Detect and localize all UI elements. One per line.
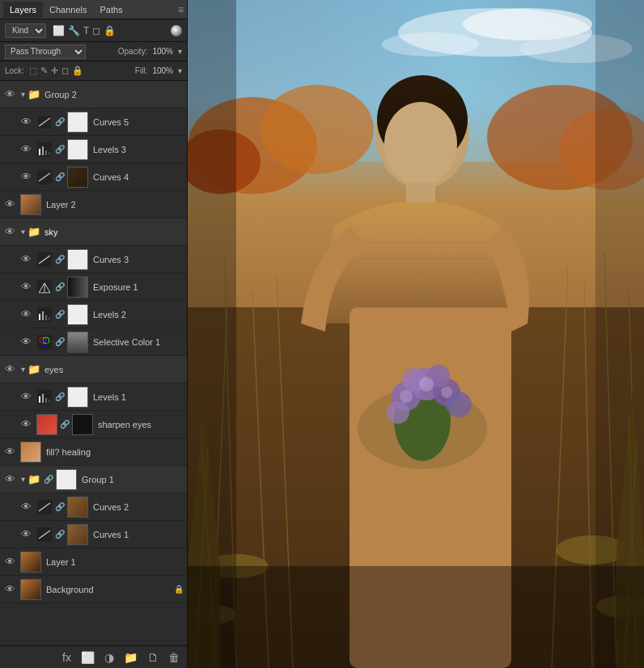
- layer-row[interactable]: 👁 ▾ 📁 eyes: [0, 356, 187, 383]
- pixel-filter-icon[interactable]: ⬜: [53, 25, 65, 36]
- layer-name[interactable]: Levels 3: [93, 145, 184, 154]
- layer-name[interactable]: Background: [46, 585, 174, 594]
- visibility-icon[interactable]: 👁: [19, 253, 32, 265]
- lock-paint-icon[interactable]: ✎: [40, 66, 48, 76]
- layer-name[interactable]: Levels 1: [93, 392, 184, 402]
- layer-name[interactable]: Curves 1: [93, 530, 184, 539]
- visibility-icon[interactable]: 👁: [19, 528, 32, 540]
- opacity-value[interactable]: 100%: [152, 47, 173, 56]
- visibility-icon[interactable]: 👁: [19, 391, 32, 403]
- fill-value[interactable]: 100%: [152, 66, 173, 75]
- layer-row[interactable]: 👁 🔗 Curves 4: [0, 163, 187, 191]
- group-folder-icon: 📁: [28, 363, 40, 375]
- fx-button[interactable]: fx: [60, 651, 74, 664]
- filter-bar: Kind ⬜ 🔧 T ◻ 🔒: [0, 19, 187, 42]
- layer-name[interactable]: Curves 4: [93, 172, 184, 182]
- layer-name[interactable]: Group 1: [82, 475, 184, 484]
- layer-row[interactable]: 👁 ▾ 📁 sky: [0, 218, 187, 246]
- layer-row[interactable]: 👁 🔗 Levels 1: [0, 383, 187, 411]
- layer-row[interactable]: 👁 fill? healing: [0, 438, 187, 466]
- blend-mode-select[interactable]: Pass Through: [5, 44, 86, 59]
- expand-arrow-icon[interactable]: ▾: [18, 90, 28, 99]
- visibility-icon[interactable]: 👁: [3, 363, 16, 375]
- svg-point-70: [387, 401, 409, 424]
- layer-row[interactable]: 👁 🔗 Exposure 1: [0, 273, 187, 301]
- svg-rect-16: [49, 317, 50, 320]
- visibility-icon[interactable]: 👁: [3, 556, 16, 568]
- layer-name[interactable]: Exposure 1: [93, 282, 184, 292]
- svg-point-54: [384, 102, 457, 186]
- layer-name[interactable]: Layer 2: [46, 200, 184, 209]
- link-icon: 🔗: [55, 255, 65, 264]
- filter-type-select[interactable]: Kind: [5, 23, 46, 38]
- lock-transparent-icon[interactable]: ⬚: [29, 66, 37, 76]
- panel-menu-icon[interactable]: ≡: [178, 4, 184, 15]
- layer-name[interactable]: Levels 2: [93, 310, 184, 319]
- visibility-icon[interactable]: 👁: [19, 171, 32, 183]
- photo-image: [188, 0, 644, 668]
- layer-name[interactable]: eyes: [44, 365, 184, 374]
- layer-name[interactable]: sharpen eyes: [98, 420, 184, 429]
- adjustment-button[interactable]: ◑: [102, 651, 117, 664]
- layer-row[interactable]: 👁 🔗 Curves 5: [0, 108, 187, 136]
- group-folder-icon: 📁: [28, 88, 40, 100]
- layer-row[interactable]: 👁 Background 🔒: [0, 576, 187, 603]
- layer-name[interactable]: Curves 5: [93, 117, 184, 127]
- layer-row[interactable]: 👁 🔗 Selective Color 1: [0, 328, 187, 356]
- layer-mask-thumb: [67, 112, 88, 133]
- visibility-icon[interactable]: 👁: [19, 336, 32, 348]
- visibility-icon[interactable]: 👁: [3, 226, 16, 238]
- lock-move-icon[interactable]: ✛: [51, 66, 58, 76]
- lock-artboard-icon[interactable]: ◻: [61, 66, 69, 76]
- layer-row[interactable]: 👁 🔗 Curves 1: [0, 521, 187, 548]
- visibility-icon[interactable]: 👁: [3, 198, 16, 210]
- expand-arrow-icon[interactable]: ▾: [18, 475, 28, 484]
- layer-row[interactable]: 👁 🔗 Levels 3: [0, 136, 187, 163]
- layer-name[interactable]: Layer 1: [46, 557, 184, 567]
- layer-row[interactable]: 👁 🔗 Curves 2: [0, 493, 187, 521]
- type-filter-icon[interactable]: T: [83, 25, 89, 36]
- layer-name[interactable]: fill? healing: [46, 447, 184, 457]
- layer-mask-thumb: [67, 304, 88, 325]
- lock-all-icon[interactable]: 🔒: [72, 66, 83, 76]
- expand-arrow-icon[interactable]: ▾: [18, 227, 28, 236]
- layer-row[interactable]: 👁 Layer 1: [0, 548, 187, 576]
- tab-paths[interactable]: Paths: [94, 2, 129, 18]
- group-button[interactable]: 📁: [121, 651, 140, 664]
- visibility-icon[interactable]: 👁: [3, 473, 16, 485]
- visibility-icon[interactable]: 👁: [19, 143, 32, 155]
- expand-arrow-icon[interactable]: ▾: [18, 365, 28, 374]
- delete-layer-button[interactable]: 🗑: [166, 651, 182, 664]
- tab-channels[interactable]: Channels: [43, 2, 93, 18]
- visibility-icon[interactable]: 👁: [3, 446, 16, 458]
- visibility-icon[interactable]: 👁: [19, 116, 32, 128]
- shape-filter-icon[interactable]: ◻: [92, 25, 100, 36]
- layer-name[interactable]: Curves 3: [93, 255, 184, 264]
- visibility-icon[interactable]: 👁: [19, 308, 32, 320]
- smart-filter-icon[interactable]: 🔒: [104, 25, 116, 36]
- layer-name[interactable]: Group 2: [44, 90, 184, 99]
- layer-name[interactable]: Selective Color 1: [93, 337, 184, 347]
- visibility-icon[interactable]: 👁: [19, 418, 32, 430]
- svg-rect-5: [45, 150, 47, 155]
- layer-name[interactable]: sky: [44, 227, 184, 237]
- visibility-icon[interactable]: 👁: [3, 583, 16, 595]
- opacity-arrow[interactable]: ▾: [178, 47, 182, 56]
- layer-row[interactable]: 👁 Layer 2: [0, 191, 187, 218]
- visibility-icon[interactable]: 👁: [19, 501, 32, 513]
- mask-button[interactable]: ⬜: [78, 651, 97, 664]
- layer-filter-circle[interactable]: [171, 25, 182, 36]
- layer-row[interactable]: 👁 🔗 Curves 3: [0, 246, 187, 273]
- fill-arrow[interactable]: ▾: [178, 66, 182, 75]
- new-layer-button[interactable]: 🗋: [145, 651, 161, 664]
- layer-row[interactable]: 👁 🔗 Levels 2: [0, 301, 187, 328]
- visibility-icon[interactable]: 👁: [3, 88, 16, 100]
- opacity-label: Opacity:: [118, 47, 148, 56]
- adjust-filter-icon[interactable]: 🔧: [68, 25, 80, 36]
- layer-name[interactable]: Curves 2: [93, 502, 184, 512]
- layer-row[interactable]: 👁 🔗 sharpen eyes: [0, 411, 187, 438]
- layer-row[interactable]: 👁 ▾ 📁 🔗 Group 1: [0, 466, 187, 493]
- layer-row[interactable]: 👁 ▾ 📁 Group 2: [0, 81, 187, 108]
- visibility-icon[interactable]: 👁: [19, 281, 32, 293]
- tab-layers[interactable]: Layers: [3, 2, 43, 18]
